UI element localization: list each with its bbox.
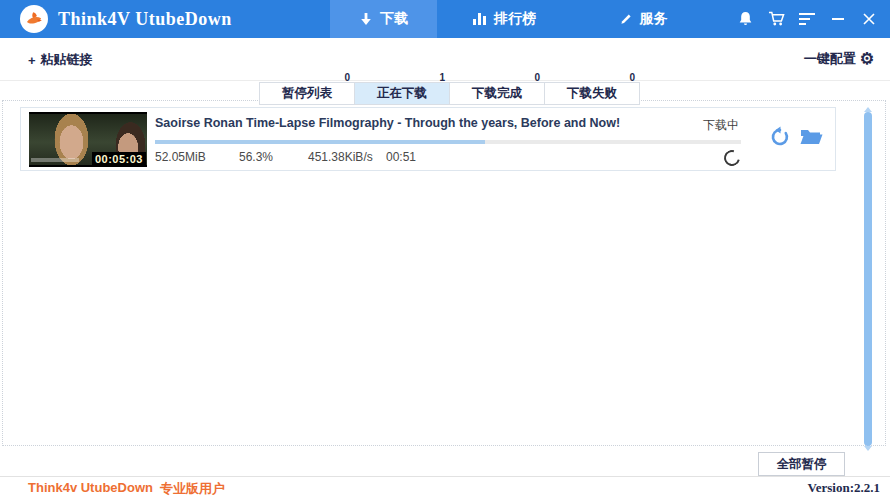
nav-tab-download[interactable]: 下载 (330, 0, 437, 38)
titlebar: Think4V UtubeDown 下载 排行榜 (0, 0, 890, 38)
tab-label: 下载完成 (472, 85, 522, 102)
download-size: 52.05MiB (155, 150, 206, 164)
download-title: Saoirse Ronan Time-Lapse Filmography - T… (155, 116, 715, 130)
scrollbar-arrow-down-icon (864, 446, 872, 451)
tab-label: 暂停列表 (282, 85, 332, 102)
gear-icon: ⚙ (860, 51, 874, 67)
loading-spinner-icon (721, 147, 743, 169)
nav-tab-service[interactable]: 服务 (587, 0, 699, 38)
tab-count-badge: 0 (534, 72, 540, 83)
download-time-remaining: 00:51 (386, 150, 416, 164)
video-duration-badge: 00:05:03 (92, 152, 146, 166)
menu-icon[interactable] (798, 10, 816, 28)
footer-version: Version:2.2.1 (808, 480, 880, 496)
paste-link-button[interactable]: + 粘贴链接 (28, 51, 93, 69)
tab-paused-list[interactable]: 暂停列表 0 (259, 82, 355, 105)
bar-chart-icon (472, 12, 487, 26)
tab-failed[interactable]: 下载失败 0 (544, 82, 640, 105)
download-status: 下载中 (703, 117, 739, 134)
tab-count-badge: 0 (629, 72, 635, 83)
vertical-scrollbar[interactable] (864, 110, 872, 456)
tab-count-badge: 1 (439, 72, 445, 83)
bell-icon[interactable] (736, 10, 754, 28)
row-actions (769, 126, 823, 148)
progress-bar (155, 140, 741, 144)
tab-label: 下载失败 (567, 85, 617, 102)
tab-completed[interactable]: 下载完成 0 (449, 82, 545, 105)
footer-divider (0, 476, 890, 477)
quick-config-label: 一键配置 (804, 50, 856, 68)
tab-count-badge: 0 (344, 72, 350, 83)
window-controls (736, 0, 878, 38)
scrollbar-thumb[interactable] (864, 112, 872, 446)
nav-tab-label: 服务 (640, 10, 668, 28)
progress-fill (155, 140, 485, 144)
bird-icon (24, 9, 44, 29)
pencil-icon (619, 12, 633, 26)
download-arrow-icon (359, 12, 373, 26)
restart-download-button[interactable] (769, 126, 791, 148)
nav-tab-ranking[interactable]: 排行榜 (445, 0, 563, 38)
video-thumbnail: 00:05:03 (29, 112, 147, 167)
download-item-row: 00:05:03 Saoirse Ronan Time-Lapse Filmog… (20, 107, 836, 171)
scrollbar-arrow-up-icon (864, 107, 872, 112)
close-button[interactable] (860, 10, 878, 28)
pause-all-button[interactable]: 全部暂停 (758, 452, 845, 476)
main-nav: 下载 排行榜 服务 (330, 0, 699, 38)
app-logo (20, 5, 48, 33)
footer-brand: Think4v UtubeDown (28, 480, 153, 495)
thumbnail-watermark (31, 158, 79, 162)
open-folder-button[interactable] (799, 127, 823, 147)
cart-icon[interactable] (767, 10, 785, 28)
nav-tab-label: 下载 (380, 10, 408, 28)
quick-config-button[interactable]: 一键配置 ⚙ (804, 50, 874, 68)
nav-tab-label: 排行榜 (494, 10, 536, 28)
footer-user-type: 专业版用户 (160, 480, 225, 498)
app-title: Think4V UtubeDown (58, 0, 232, 38)
plus-icon: + (28, 53, 36, 68)
paste-link-label: 粘贴链接 (41, 51, 93, 69)
minimize-button[interactable] (829, 10, 847, 28)
tab-downloading[interactable]: 正在下载 1 (354, 82, 450, 105)
toolbar (0, 38, 890, 81)
download-percent: 56.3% (239, 150, 273, 164)
filter-tabs: 暂停列表 0 正在下载 1 下载完成 0 下载失败 0 (260, 82, 640, 105)
download-speed: 451.38KiB/s (308, 150, 373, 164)
tab-label: 正在下载 (377, 85, 427, 102)
